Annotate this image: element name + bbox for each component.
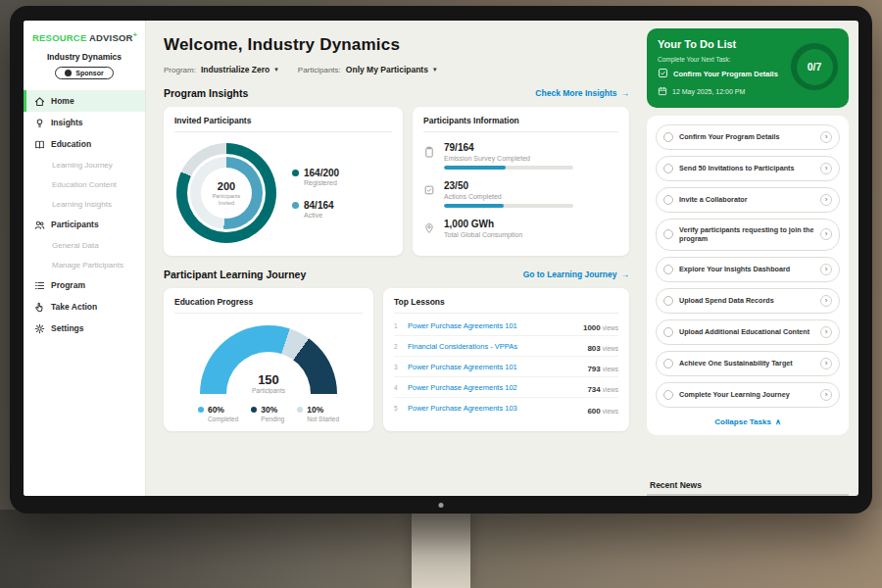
- sidebar-item-learning-journey[interactable]: Learning Journey: [24, 155, 145, 174]
- sidebar-item-settings[interactable]: Settings: [24, 318, 145, 339]
- radio-circle-icon[interactable]: [663, 265, 673, 274]
- checkbox-icon: [658, 68, 668, 80]
- sponsor-badge[interactable]: Sponsor: [55, 67, 113, 79]
- todo-next-task[interactable]: Confirm Your Program Details: [658, 68, 797, 80]
- legend-item-completed: 60% Completed: [198, 405, 238, 422]
- actions-progressbar: [444, 204, 573, 208]
- people-icon: [33, 220, 45, 230]
- learning-cards-row: Education Progress 150 Participants: [164, 288, 629, 431]
- task-item[interactable]: Invite a Collaborator ›: [656, 187, 840, 213]
- lesson-link[interactable]: Power Purchase Agreements 103: [408, 404, 579, 413]
- legend-label: Not Started: [307, 416, 339, 422]
- program-insights-header: Program Insights Check More Insights →: [164, 87, 629, 99]
- task-label: Complete Your Learning Journey: [679, 390, 814, 399]
- chevron-right-icon[interactable]: ›: [820, 264, 832, 275]
- sidebar-item-general-data[interactable]: General Data: [24, 235, 145, 255]
- chevron-right-icon[interactable]: ›: [820, 389, 832, 401]
- sidebar-item-label: Education: [51, 139, 91, 149]
- lesson-link[interactable]: Power Purchase Agreements 101: [408, 321, 575, 330]
- learning-journey-header: Participant Learning Journey Go to Learn…: [164, 269, 629, 280]
- radio-circle-icon[interactable]: [663, 327, 673, 337]
- sidebar-item-manage-participants[interactable]: Manage Participants: [24, 255, 145, 274]
- radio-circle-icon[interactable]: [663, 195, 673, 205]
- arrow-right-icon: →: [621, 270, 630, 279]
- check-more-insights-link[interactable]: Check More Insights →: [535, 88, 629, 98]
- task-label: Verify participants requesting to join t…: [679, 225, 814, 244]
- chevron-right-icon[interactable]: ›: [820, 163, 832, 174]
- program-dropdown[interactable]: Program: Industrialize Zero ▾: [164, 65, 278, 74]
- chevron-right-icon[interactable]: ›: [820, 228, 832, 240]
- radio-circle-icon[interactable]: [663, 390, 673, 400]
- lesson-rank: 3: [394, 364, 400, 370]
- webcam-dot: [439, 503, 444, 508]
- radio-circle-icon[interactable]: [663, 359, 673, 368]
- sidebar-item-label: Program: [51, 280, 85, 290]
- chevron-right-icon[interactable]: ›: [820, 194, 832, 206]
- donut-center-value: 200: [218, 180, 235, 192]
- main-content: Welcome, Industry Dynamics Program: Indu…: [146, 21, 643, 496]
- task-item[interactable]: Upload Additional Educational Content ›: [656, 319, 840, 345]
- task-label: Confirm Your Program Details: [679, 132, 814, 141]
- radio-circle-icon[interactable]: [663, 296, 673, 306]
- sidebar-item-learning-insights[interactable]: Learning Insights: [24, 194, 145, 214]
- lesson-rank: 5: [394, 405, 400, 412]
- calendar-icon: [658, 86, 667, 97]
- task-item[interactable]: Verify participants requesting to join t…: [656, 219, 840, 251]
- home-icon: [33, 96, 45, 107]
- lesson-link[interactable]: Power Purchase Agreements 102: [408, 383, 579, 392]
- sidebar-item-education[interactable]: Education: [24, 133, 145, 155]
- gauge-legend: 60% Completed 30% Pending: [198, 405, 339, 422]
- chevron-right-icon[interactable]: ›: [820, 358, 832, 369]
- book-icon: [33, 139, 45, 150]
- chevron-right-icon[interactable]: ›: [820, 131, 832, 143]
- education-gauge-chart: 150 Participants: [200, 325, 337, 394]
- sidebar-item-insights[interactable]: Insights: [24, 112, 145, 133]
- sidebar-item-label: Settings: [51, 323, 84, 333]
- participants-dropdown[interactable]: Participants: Only My Participants ▾: [298, 65, 437, 74]
- task-item[interactable]: Complete Your Learning Journey ›: [656, 382, 840, 408]
- gauge-center: 150 Participants: [200, 372, 337, 394]
- participants-label: Participants:: [298, 66, 341, 74]
- lesson-views: 1000views: [583, 317, 618, 334]
- task-item[interactable]: Achieve One Sustainability Target ›: [656, 351, 840, 376]
- logo-secondary: ADVISOR: [89, 32, 133, 43]
- page-title: Welcome, Industry Dynamics: [164, 35, 629, 55]
- radio-circle-icon[interactable]: [663, 229, 673, 239]
- sidebar-item-label: Learning Insights: [52, 200, 112, 209]
- info-row-emission-survey: 79/164 Emission Survey Completed: [423, 142, 618, 170]
- lesson-link[interactable]: Power Purchase Agreements 101: [408, 363, 579, 371]
- lesson-row: 3 Power Purchase Agreements 101 793views: [394, 357, 618, 377]
- task-item[interactable]: Upload Spend Data Records ›: [656, 288, 840, 314]
- emission-survey-progressbar: [444, 166, 573, 170]
- task-item[interactable]: Send 50 Invitations to Participants ›: [656, 156, 840, 181]
- info-value: 1,000 GWh: [444, 219, 522, 229]
- sidebar-item-home[interactable]: Home: [24, 90, 145, 112]
- chevron-right-icon[interactable]: ›: [820, 295, 832, 307]
- task-item[interactable]: Explore Your Insights Dashboard ›: [656, 257, 840, 282]
- arrow-right-icon: →: [621, 88, 630, 98]
- lesson-views: 793views: [587, 358, 618, 375]
- sidebar-item-program[interactable]: Program: [24, 274, 145, 296]
- section-title: Participant Learning Journey: [164, 269, 306, 280]
- lesson-row: 5 Power Purchase Agreements 103 600views: [394, 398, 618, 418]
- lessons-list: 1 Power Purchase Agreements 101 1000view…: [394, 314, 618, 418]
- info-row-actions: 23/50 Actions Completed: [423, 180, 618, 208]
- task-label: Upload Spend Data Records: [679, 296, 814, 305]
- radio-circle-icon[interactable]: [663, 132, 673, 142]
- invited-donut-center: 200 Participants Invited: [201, 168, 252, 219]
- collapse-tasks-button[interactable]: Collapse Tasks ∧: [656, 414, 840, 433]
- lesson-link[interactable]: Financial Considerations - VPPAs: [408, 342, 579, 351]
- sidebar-item-participants[interactable]: Participants: [24, 214, 145, 235]
- invited-donut-area: 200 Participants Invited 164/200 Registe: [174, 132, 392, 247]
- sidebar-item-label: Insights: [51, 118, 83, 127]
- radio-circle-icon[interactable]: [663, 164, 673, 173]
- go-to-learning-journey-link[interactable]: Go to Learning Journey →: [523, 270, 629, 279]
- chevron-right-icon[interactable]: ›: [820, 326, 832, 338]
- sidebar-item-take-action[interactable]: Take Action: [24, 296, 145, 318]
- task-item[interactable]: Confirm Your Program Details ›: [656, 124, 840, 150]
- todo-progress-value: 0/7: [797, 49, 833, 85]
- legend-item-not-started: 10% Not Started: [297, 405, 339, 422]
- progress-fill: [444, 166, 506, 170]
- sidebar-item-education-content[interactable]: Education Content: [24, 174, 145, 194]
- lesson-views: 600views: [587, 400, 618, 417]
